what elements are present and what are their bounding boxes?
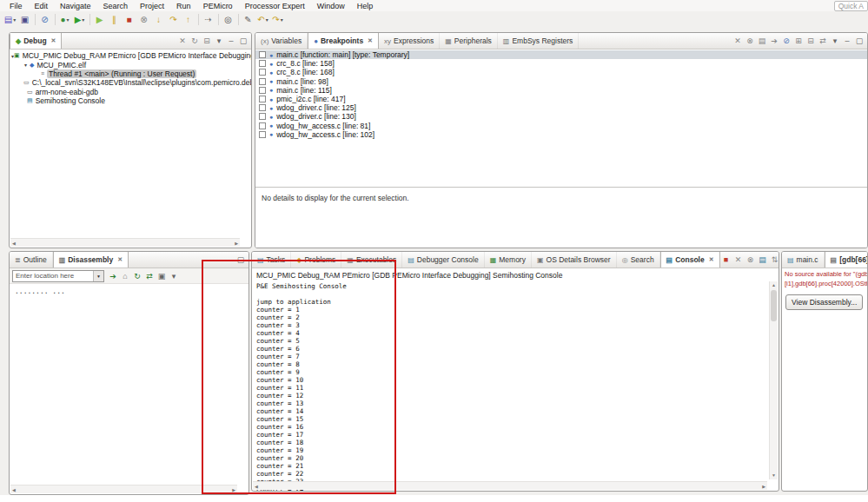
suspend-icon[interactable]: ∥ <box>107 13 122 27</box>
close-icon[interactable]: ✕ <box>709 256 714 263</box>
debug-hscrollbar[interactable]: ◀▶ <box>10 238 240 247</box>
breakpoint-row[interactable]: ● crc_8.c [line: 168] <box>255 68 867 76</box>
view-menu-icon[interactable]: ▾ <box>829 35 841 48</box>
step-over-icon[interactable]: ↷ <box>166 13 181 27</box>
breakpoint-checkbox[interactable] <box>259 96 266 102</box>
close-icon[interactable]: ✕ <box>117 256 123 263</box>
disconnect-icon[interactable]: ⊗ <box>136 13 151 27</box>
breakpoint-row[interactable]: ● wdog_hw_access.c [line: 81] <box>255 122 867 130</box>
tab-tasks[interactable]: ▤ Tasks <box>252 252 291 268</box>
maximize-icon[interactable]: ▢ <box>235 254 247 267</box>
thread-node[interactable]: ≡ Thread #1 <main> (Running : User Reque… <box>10 69 251 78</box>
console-output[interactable]: P&E Semihosting Console jump to applicat… <box>252 280 779 491</box>
resume-icon[interactable]: ▶ <box>92 13 107 27</box>
breakpoint-row[interactable]: ● wdog_driver.c [line: 125] <box>255 103 867 112</box>
maximize-icon[interactable]: ▢ <box>237 35 249 48</box>
tab-os-details-browser[interactable]: ▣ OS Details Browser <box>532 252 617 268</box>
quick-access-box[interactable]: Quick A <box>834 1 868 11</box>
restart-icon[interactable]: ↻ <box>189 35 201 48</box>
dropdown-caret-icon[interactable]: ▾ <box>13 17 16 23</box>
tab-breakpoints[interactable]: ● Breakpoints ✕ <box>308 33 379 49</box>
console-vscrollbar[interactable]: ▲ ▼ <box>769 281 778 479</box>
scroll-right-icon[interactable]: ▶ <box>232 487 235 492</box>
gdb-plugin-node[interactable]: ▭ C:\_local_svn\S32K148EVB\Install\eclip… <box>10 78 251 87</box>
tab-memory[interactable]: ▦ Memory <box>485 252 532 268</box>
remove-all-icon[interactable]: ⊗ <box>744 35 756 48</box>
minimize-icon[interactable]: – <box>841 35 853 48</box>
tab-debugger-console[interactable]: ▤ Debugger Console <box>402 252 484 268</box>
minimize-icon[interactable]: – <box>222 254 235 267</box>
scroll-up-icon[interactable]: ▲ <box>770 281 778 289</box>
collapse-all-icon[interactable]: ⊟ <box>201 35 213 48</box>
menu-file[interactable]: File <box>3 2 29 10</box>
forward-icon[interactable]: ↷ ▾ <box>270 13 285 27</box>
scroll-down-icon[interactable]: ▼ <box>770 472 778 479</box>
breakpoint-checkbox[interactable] <box>259 51 266 58</box>
breakpoint-row[interactable]: ● wdog_hw_access.c [line: 102] <box>255 130 867 139</box>
breakpoint-row[interactable]: ● main.c [line: 115] <box>255 86 867 95</box>
tab-problems[interactable]: ◆ Problems <box>291 252 341 268</box>
console-hscrollbar[interactable]: ◀▶ <box>253 481 767 490</box>
jump-to-pc-icon[interactable]: ➔ <box>107 269 119 282</box>
menu-window[interactable]: Window <box>311 2 351 10</box>
expand-icon[interactable]: ▾ <box>22 62 30 68</box>
instruction-stepping-icon[interactable]: ⇢ <box>201 13 215 27</box>
breakpoint-row[interactable]: ● main.c [line: 98] <box>255 77 867 86</box>
scroll-left-icon[interactable]: ◀ <box>255 484 258 489</box>
scroll-right-icon[interactable]: ▶ <box>235 241 238 246</box>
skip-all-breakpoints-icon[interactable]: ⊘ <box>37 13 52 27</box>
menu-navigate[interactable]: Navigate <box>54 2 97 10</box>
track-expression-icon[interactable]: ▣ <box>156 269 168 282</box>
expand-all-icon[interactable]: ⊞ <box>792 35 805 48</box>
tab-console[interactable]: ▤ Console ✕ <box>660 252 720 268</box>
tab-search[interactable]: ◎ Search <box>617 252 660 268</box>
link-with-debug-icon[interactable]: ⇄ <box>817 35 829 48</box>
go-to-file-icon[interactable]: ➔ <box>768 35 780 48</box>
breakpoint-checkbox[interactable] <box>259 87 266 94</box>
back-icon[interactable]: ↶ ▾ <box>255 13 270 27</box>
tab-variables[interactable]: (x) Variables <box>255 33 308 49</box>
breakpoint-checkbox[interactable] <box>259 78 266 85</box>
collapse-all-icon[interactable]: ⊟ <box>805 35 817 48</box>
combo-dropdown-icon[interactable]: ▼ <box>93 271 103 281</box>
debug-session-node[interactable]: ▾ ▣ MCU_PMIC Debug_RAM PEmicro [GDB PEMi… <box>10 51 251 60</box>
maximize-icon[interactable]: ▢ <box>853 35 865 48</box>
tab-peripherals[interactable]: ▦ Peripherals <box>440 33 498 49</box>
view-disassembly-button[interactable]: View Disassembly... <box>785 294 863 310</box>
breakpoint-row[interactable]: ● crc_8.c [line: 158] <box>255 59 867 68</box>
program-node[interactable]: ▾ ◆ MCU_PMIC.elf <box>10 60 251 69</box>
disassembly-hscrollbar[interactable]: ◀▶ <box>10 485 237 493</box>
minimize-icon[interactable]: – <box>225 35 237 48</box>
tab-embsys-registers[interactable]: ▥ EmbSys Registers <box>498 33 579 49</box>
scroll-left-icon[interactable]: ◀ <box>12 241 16 246</box>
dropdown-caret-icon[interactable]: ▾ <box>82 17 84 23</box>
breakpoint-row[interactable]: ● wdog_driver.c [line: 130] <box>255 112 867 121</box>
debug-icon[interactable]: ● ▾ <box>57 13 72 27</box>
breakpoint-row[interactable]: ● pmic_i2c.c [line: 417] <box>255 95 867 103</box>
gdb-node[interactable]: ▭ arm-none-eabi-gdb <box>10 88 251 96</box>
save-icon[interactable]: ▣ <box>17 13 32 27</box>
run-icon[interactable]: ▶ ▾ <box>72 13 87 27</box>
view-menu-icon[interactable]: ▾ <box>168 269 180 282</box>
semihosting-console-node[interactable]: ▤ Semihosting Console <box>10 96 251 105</box>
step-return-icon[interactable]: ↑ <box>181 13 195 27</box>
dropdown-caret-icon[interactable]: ▾ <box>266 17 268 23</box>
tab-expressions[interactable]: xy Expressions <box>379 33 440 49</box>
close-icon[interactable]: ✕ <box>368 37 373 44</box>
scroll-right-icon[interactable]: ▶ <box>762 484 765 489</box>
remove-selected-icon[interactable]: ✕ <box>732 35 744 48</box>
menu-search[interactable]: Search <box>97 2 135 10</box>
sync-icon[interactable]: ⇄ <box>143 269 156 282</box>
skip-all-breakpoints-icon[interactable]: ⊘ <box>780 35 792 48</box>
breakpoint-checkbox[interactable] <box>259 131 266 138</box>
view-menu-icon[interactable]: ▾ <box>213 35 225 48</box>
refresh-icon[interactable]: ↻ <box>131 269 143 282</box>
step-into-icon[interactable]: ↓ <box>151 13 166 27</box>
remove-all-launches-icon[interactable]: ⊗ <box>745 254 757 267</box>
menu-pemicro[interactable]: PEMicro <box>197 2 239 10</box>
tab-debug[interactable]: ◈ Debug ✕ <box>10 33 62 49</box>
breakpoint-checkbox[interactable] <box>259 69 266 76</box>
remove-launch-icon[interactable]: ✕ <box>732 254 745 267</box>
terminate-icon[interactable]: ■ <box>122 13 136 27</box>
terminate-icon[interactable]: ■ <box>720 254 732 267</box>
